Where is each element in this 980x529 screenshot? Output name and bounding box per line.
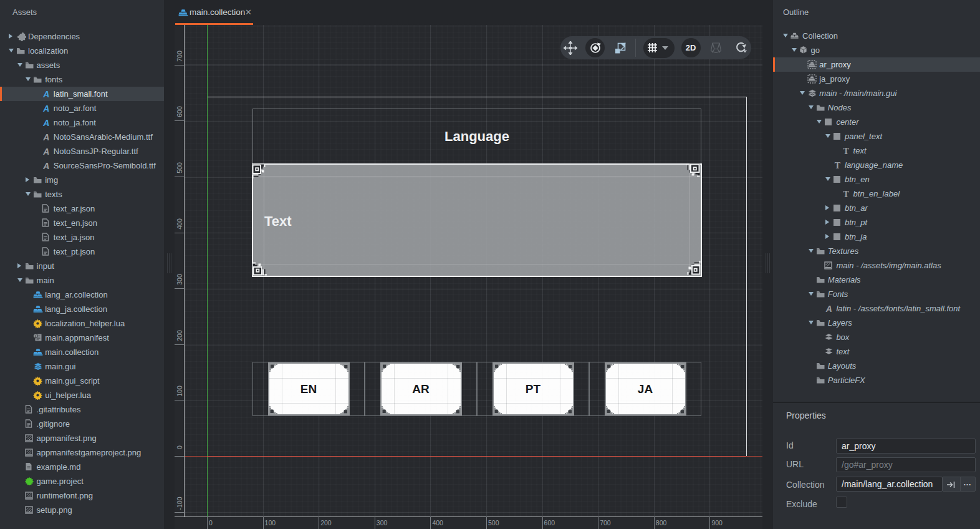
svg-text:i: i bbox=[35, 334, 36, 338]
